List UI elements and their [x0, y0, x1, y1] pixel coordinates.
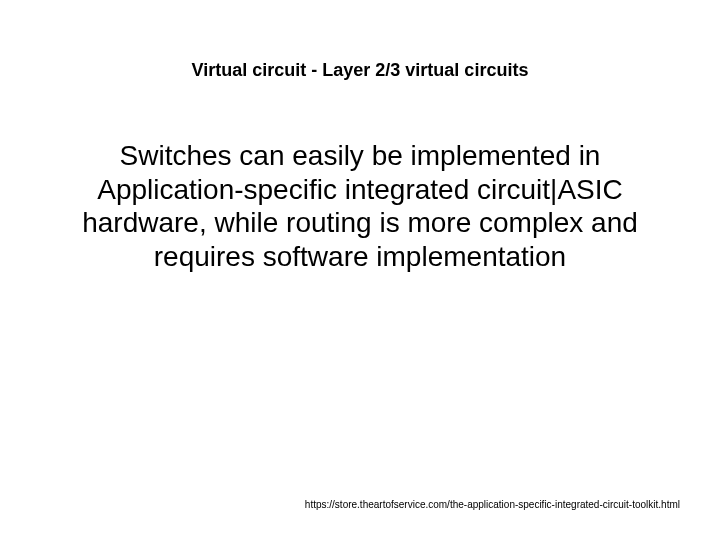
slide-title: Virtual circuit - Layer 2/3 virtual circ…	[140, 60, 580, 81]
slide-container: Virtual circuit - Layer 2/3 virtual circ…	[0, 0, 720, 540]
footer-url: https://store.theartofservice.com/the-ap…	[305, 499, 680, 510]
slide-body-text: Switches can easily be implemented in Ap…	[50, 139, 670, 273]
